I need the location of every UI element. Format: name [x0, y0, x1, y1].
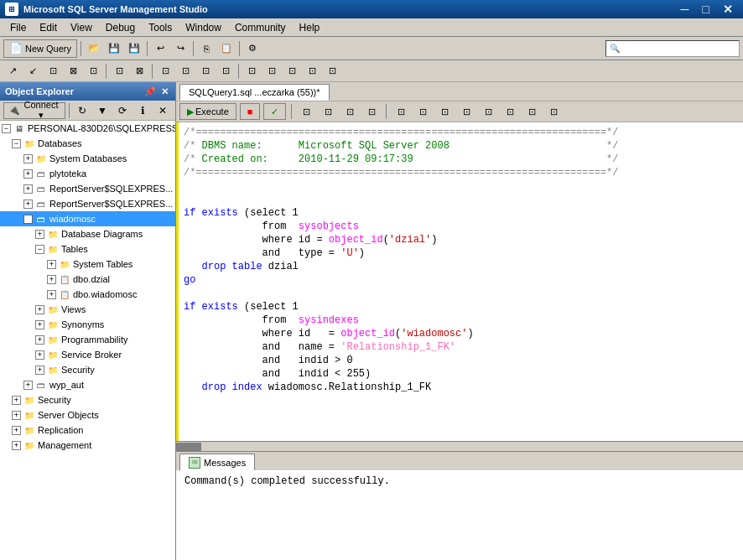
search-box[interactable]: 🔍	[605, 40, 740, 57]
expand-management[interactable]: +	[12, 441, 21, 450]
expand-synonyms[interactable]: +	[35, 320, 44, 329]
expand-databases[interactable]: −	[12, 139, 21, 148]
open-file-button[interactable]: 📂	[85, 39, 103, 58]
query-btn-10[interactable]: ⊡	[501, 102, 519, 121]
toolbar-btn-14[interactable]: ⊡	[283, 62, 301, 80]
menu-file[interactable]: File	[3, 20, 33, 35]
tree-item-management[interactable]: + 📁 Management	[0, 438, 175, 453]
toolbar-btn-7[interactable]: ⊠	[130, 62, 148, 80]
tree-item-reportserver1[interactable]: + 🗃 ReportServer$SQLEXPRES...	[0, 181, 175, 196]
h-scrollbar[interactable]	[176, 441, 743, 451]
query-btn-4[interactable]: ⊡	[362, 102, 381, 121]
expand-system-db[interactable]: +	[23, 154, 33, 163]
toolbar-btn-4[interactable]: ⊠	[64, 62, 82, 80]
tree-item-system-db[interactable]: + 📁 System Databases	[0, 151, 175, 166]
toolbar-btn-8[interactable]: ⊡	[156, 62, 174, 80]
oe-sync-button[interactable]: ⟳	[113, 101, 132, 120]
expand-reportserver1[interactable]: +	[23, 184, 33, 194]
menu-debug[interactable]: Debug	[99, 20, 142, 35]
sql-query-tab[interactable]: SQLQuery1.sql ...eczarka (55))*	[179, 84, 330, 101]
parse-button[interactable]: ✓	[263, 103, 286, 120]
messages-tab[interactable]: ✉ Messages	[179, 454, 255, 470]
tree-item-db-diagrams[interactable]: + 📁 Database Diagrams	[0, 226, 175, 241]
expand-plytoteka[interactable]: +	[23, 169, 33, 179]
toolbar-btn-13[interactable]: ⊡	[262, 62, 281, 80]
expand-db-diagrams[interactable]: +	[35, 230, 44, 239]
query-btn-11[interactable]: ⊡	[522, 102, 541, 121]
object-explorer-tree[interactable]: − 🖥 PERSONAL-830D26\SQLEXPRESS − 📁 Datab…	[0, 121, 175, 560]
tree-item-replication[interactable]: + 📁 Replication	[0, 423, 175, 438]
close-btn[interactable]: ✕	[718, 3, 738, 16]
tree-item-service-broker[interactable]: + 📁 Service Broker	[0, 347, 175, 362]
tree-item-dbo-wiadomosc[interactable]: + 📋 dbo.wiadomosc	[0, 287, 175, 302]
toolbar-btn-3[interactable]: ⊡	[44, 62, 62, 80]
toolbar-btn-6[interactable]: ⊡	[110, 62, 128, 80]
paste-button[interactable]: 📋	[217, 39, 236, 58]
toolbar-btn-11[interactable]: ⊡	[216, 62, 235, 80]
expand-system-tables[interactable]: +	[47, 260, 56, 269]
expand-reportserver2[interactable]: +	[23, 200, 33, 209]
tree-item-dbo-dzial[interactable]: + 📋 dbo.dzial	[0, 272, 175, 287]
expand-views[interactable]: +	[35, 305, 44, 314]
tree-item-programmability[interactable]: + 📁 Programmability	[0, 332, 175, 347]
save-button[interactable]: 💾	[105, 39, 123, 58]
expand-dbo-dzial[interactable]: +	[47, 275, 56, 284]
menu-tools[interactable]: Tools	[142, 20, 179, 35]
menu-edit[interactable]: Edit	[33, 20, 64, 35]
redo-button[interactable]: ↪	[171, 39, 190, 58]
tree-item-security-db[interactable]: + 📁 Security	[0, 362, 175, 377]
menu-community[interactable]: Community	[228, 20, 293, 35]
expand-server-objects[interactable]: +	[12, 411, 21, 420]
expand-security-db[interactable]: +	[35, 366, 44, 375]
copy-button[interactable]: ⎘	[197, 39, 216, 58]
tree-item-server-objects[interactable]: + 📁 Server Objects	[0, 407, 175, 423]
menu-help[interactable]: Help	[293, 20, 327, 35]
toolbar-btn-1[interactable]: ↗	[3, 62, 22, 80]
new-query-button[interactable]: 📄 New Query	[3, 39, 77, 58]
stop-button[interactable]: ■	[240, 103, 261, 120]
oe-filter-button[interactable]: ▼	[93, 101, 112, 120]
tree-item-security-top[interactable]: + 📁 Security	[0, 392, 175, 407]
query-btn-5[interactable]: ⊡	[392, 102, 410, 121]
maximize-btn[interactable]: □	[698, 3, 714, 16]
expand-server[interactable]: −	[2, 124, 11, 133]
tree-item-wiadomosc[interactable]: − 🗃 wiadomosc	[0, 211, 175, 226]
toolbar-btn-5[interactable]: ⊡	[84, 62, 102, 80]
oe-refresh-button[interactable]: ↻	[73, 101, 91, 120]
menu-window[interactable]: Window	[179, 20, 228, 35]
query-btn-9[interactable]: ⊡	[479, 102, 497, 121]
expand-service-broker[interactable]: +	[35, 350, 44, 360]
expand-wiadomosc[interactable]: −	[23, 215, 33, 224]
query-btn-1[interactable]: ⊡	[297, 102, 315, 121]
query-btn-8[interactable]: ⊡	[457, 102, 475, 121]
expand-tables[interactable]: −	[35, 245, 44, 254]
execute-button[interactable]: ▶ Execute	[179, 103, 236, 120]
oe-close-button[interactable]: ✕	[153, 101, 172, 120]
tree-item-server[interactable]: − 🖥 PERSONAL-830D26\SQLEXPRESS	[0, 121, 175, 136]
code-editor[interactable]: /*======================================…	[176, 122, 743, 441]
tree-item-system-tables[interactable]: + 📁 System Tables	[0, 257, 175, 272]
oe-props-button[interactable]: ℹ	[133, 101, 152, 120]
tree-item-plytoteka[interactable]: + 🗃 plytoteka	[0, 166, 175, 181]
oe-pin-btn[interactable]: 📌	[143, 86, 158, 97]
expand-programmability[interactable]: +	[35, 335, 44, 345]
tree-item-databases[interactable]: − 📁 Databases	[0, 136, 175, 151]
h-scrollbar-thumb[interactable]	[176, 443, 201, 451]
tree-item-wyp-aut[interactable]: + 🗃 wyp_aut	[0, 377, 175, 392]
oe-close-btn[interactable]: ✕	[159, 86, 170, 97]
minimize-btn[interactable]: ─	[676, 3, 694, 16]
query-btn-7[interactable]: ⊡	[435, 102, 454, 121]
tree-item-reportserver2[interactable]: + 🗃 ReportServer$SQLEXPRES...	[0, 196, 175, 211]
toolbar-btn-12[interactable]: ⊡	[242, 62, 261, 80]
tree-item-tables[interactable]: − 📁 Tables	[0, 241, 175, 257]
toolbar-btn-9[interactable]: ⊡	[176, 62, 195, 80]
connect-button[interactable]: 🔌 Connect ▾	[3, 102, 65, 119]
toolbar-btn-16[interactable]: ⊡	[323, 62, 341, 80]
settings-button[interactable]: ⚙	[243, 39, 262, 58]
tree-item-views[interactable]: + 📁 Views	[0, 302, 175, 317]
toolbar-btn-2[interactable]: ↙	[23, 62, 42, 80]
expand-dbo-wiadomosc[interactable]: +	[47, 290, 56, 299]
query-btn-3[interactable]: ⊡	[340, 102, 359, 121]
toolbar-btn-15[interactable]: ⊡	[303, 62, 321, 80]
expand-wyp-aut[interactable]: +	[23, 381, 33, 390]
